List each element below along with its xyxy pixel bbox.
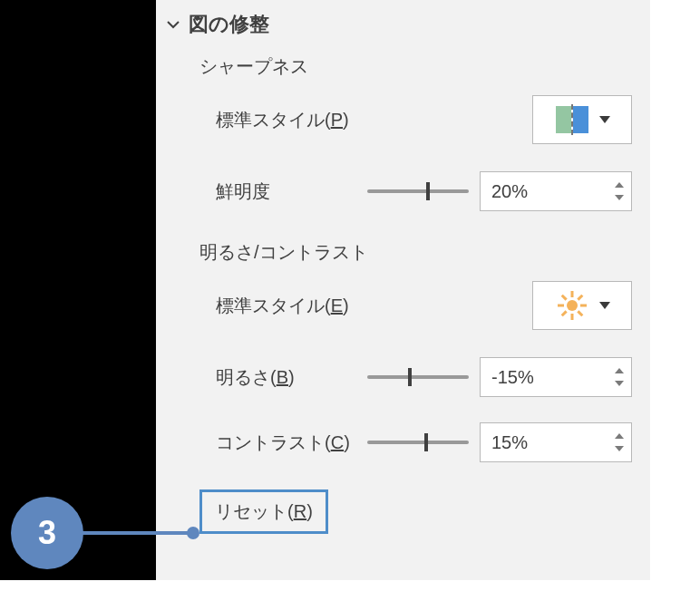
contrast-row: コントラスト(C): [156, 422, 650, 488]
sharpness-label: 鮮明度: [216, 179, 270, 204]
sharpness-preset-label: 標準スタイル(P): [216, 108, 349, 132]
spin-down-icon[interactable]: [615, 194, 624, 201]
black-sidebar: [0, 0, 156, 580]
sharpness-row: 鮮明度: [156, 171, 650, 237]
sharpness-spinbox[interactable]: [480, 171, 632, 211]
reset-button[interactable]: リセット(R): [199, 489, 328, 534]
caret-down-icon: [599, 302, 610, 309]
picture-corrections-panel: 図の修整 シャープネス 標準スタイル(P) 鮮明度 明るさ/コントラスト: [156, 0, 650, 580]
spin-up-icon[interactable]: [615, 181, 624, 189]
chevron-down-icon: [165, 16, 181, 33]
brightness-spinbox[interactable]: [480, 357, 632, 397]
bc-preset-label: 標準スタイル(E): [216, 294, 349, 318]
sharpness-preset-icon: [554, 103, 590, 136]
callout-line: [82, 531, 189, 535]
brightness-label: 明るさ(B): [216, 365, 295, 390]
spin-up-icon[interactable]: [615, 367, 624, 374]
section-title: 図の修整: [189, 11, 269, 38]
spin-down-icon[interactable]: [615, 445, 624, 452]
contrast-input[interactable]: [491, 432, 615, 453]
brightness-row: 明るさ(B): [156, 357, 650, 422]
contrast-label: コントラスト(C): [216, 431, 350, 455]
sharpness-preset-row: 標準スタイル(P): [156, 95, 650, 171]
bc-preset-dropdown[interactable]: [532, 281, 632, 330]
callout-dot: [187, 527, 199, 539]
sharpness-subheader: シャープネス: [156, 51, 650, 95]
sharpness-slider[interactable]: [367, 182, 469, 200]
callout-badge: 3: [11, 497, 83, 569]
caret-down-icon: [599, 116, 610, 123]
bc-preset-row: 標準スタイル(E): [156, 281, 650, 357]
spin-down-icon[interactable]: [615, 380, 624, 387]
brightness-slider[interactable]: [367, 368, 469, 386]
brightness-preset-icon: [554, 289, 590, 322]
spin-up-icon[interactable]: [615, 432, 624, 440]
section-header[interactable]: 図の修整: [156, 4, 650, 51]
callout-3: 3: [11, 497, 199, 569]
brightness-input[interactable]: [491, 367, 615, 388]
sharpness-input[interactable]: [491, 181, 615, 202]
contrast-spinbox[interactable]: [480, 422, 632, 462]
brightness-contrast-subheader: 明るさ/コントラスト: [156, 237, 650, 281]
contrast-slider[interactable]: [367, 433, 469, 451]
sharpness-preset-dropdown[interactable]: [532, 95, 632, 144]
